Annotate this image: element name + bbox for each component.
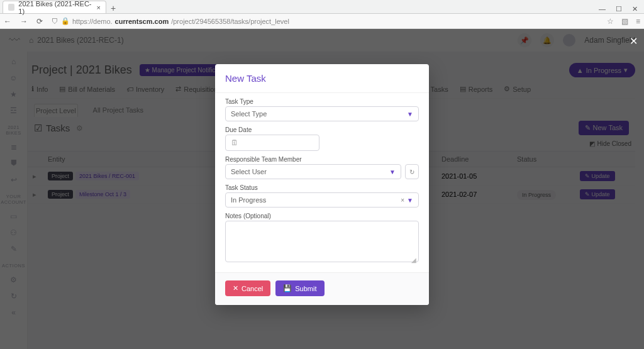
window-maximize[interactable]: ☐ [616, 5, 622, 13]
menu-icon[interactable]: ≡ [636, 17, 640, 26]
modal-backdrop-close-icon[interactable]: ✕ [630, 35, 638, 47]
notes-textarea[interactable] [225, 221, 419, 262]
due-date-label: Due Date [225, 126, 419, 133]
shield-icon: ⛉ [52, 18, 58, 25]
task-status-select[interactable]: In Progress × ▼ [225, 192, 419, 208]
clear-status-icon[interactable]: × [401, 197, 404, 204]
task-status-label: Task Status [225, 184, 419, 191]
favicon-icon [8, 4, 14, 11]
window-close[interactable]: ✕ [632, 5, 638, 13]
chevron-down-icon: ▼ [389, 169, 396, 175]
task-status-value: In Progress [231, 196, 266, 204]
modal-title: New Task [215, 64, 429, 93]
due-date-input[interactable]: 🗓 [225, 135, 319, 151]
tab-title: 2021 Bikes (2021-REC-1) [18, 0, 92, 15]
responsible-label: Responsible Team Member [225, 156, 419, 163]
responsible-value: Select User [231, 168, 267, 175]
new-task-modal: New Task Task Type Select Type ▼ Due Dat… [215, 64, 429, 305]
url-path: /project/294565358/tasks/project_level [171, 18, 289, 25]
task-type-label: Task Type [225, 98, 419, 105]
task-type-value: Select Type [231, 110, 267, 118]
browser-tab-strip: 2021 Bikes (2021-REC-1) × + — ☐ ✕ [0, 0, 644, 14]
window-minimize[interactable]: — [599, 5, 606, 13]
bookmark-icon[interactable]: ☆ [607, 17, 614, 26]
browser-toolbar: ← → ⟳ ⛉ 🔒 https://demo.currentscm.com/pr… [0, 14, 644, 29]
url-prefix: https://demo. [72, 18, 113, 25]
nav-forward-icon[interactable]: → [20, 17, 28, 26]
new-tab-button[interactable]: + [106, 3, 120, 13]
cancel-button[interactable]: ✕ Cancel [225, 280, 270, 296]
calendar-icon: 🗓 [231, 138, 238, 147]
nav-back-icon[interactable]: ← [4, 17, 11, 26]
task-type-select[interactable]: Select Type ▼ [225, 106, 419, 121]
window-controls: — ☐ ✕ [599, 5, 644, 13]
chevron-down-icon: ▼ [407, 197, 413, 204]
notes-label: Notes (Optional) [225, 213, 419, 219]
nav-reload-icon[interactable]: ⟳ [36, 17, 43, 26]
refresh-users-button[interactable]: ↻ [405, 164, 419, 179]
tab-close-icon[interactable]: × [97, 4, 101, 11]
address-bar[interactable]: ⛉ 🔒 https://demo.currentscm.com/project/… [52, 17, 598, 25]
responsible-select[interactable]: Select User ▼ [225, 164, 401, 179]
submit-button[interactable]: 💾 Submit [275, 280, 324, 296]
extensions-icon[interactable]: ▧ [621, 17, 628, 26]
url-host: currentscm.com [115, 18, 169, 25]
lock-icon: 🔒 [61, 17, 70, 25]
chevron-down-icon: ▼ [407, 111, 413, 118]
browser-tab[interactable]: 2021 Bikes (2021-REC-1) × [3, 1, 106, 13]
